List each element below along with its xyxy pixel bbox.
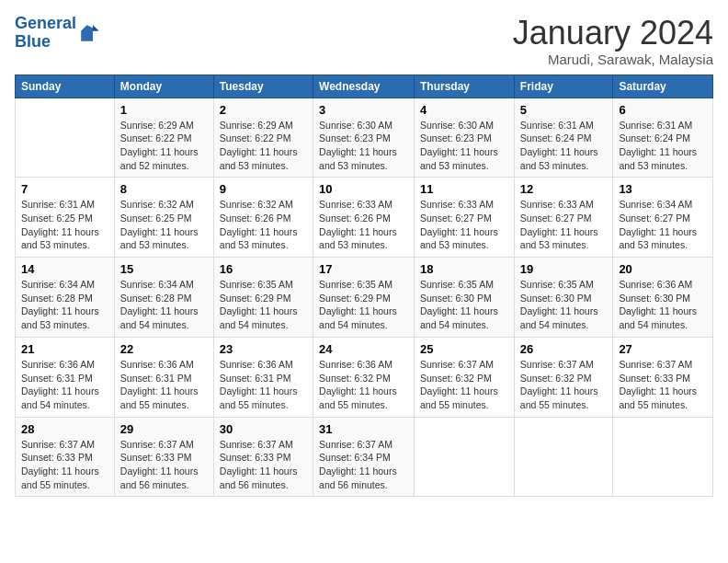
calendar-cell [16,98,115,178]
calendar-cell: 7Sunrise: 6:31 AM Sunset: 6:25 PM Daylig… [16,178,115,258]
cell-info: Sunrise: 6:30 AM Sunset: 6:23 PM Dayligh… [319,119,408,173]
cell-info: Sunrise: 6:37 AM Sunset: 6:33 PM Dayligh… [120,438,208,492]
calendar-cell: 27Sunrise: 6:37 AM Sunset: 6:33 PM Dayli… [613,337,713,417]
weekday-header: Saturday [613,75,713,98]
calendar-cell [415,417,515,497]
calendar-cell: 30Sunrise: 6:37 AM Sunset: 6:33 PM Dayli… [213,417,313,497]
calendar-cell: 11Sunrise: 6:33 AM Sunset: 6:27 PM Dayli… [415,178,515,258]
day-number: 9 [220,182,307,196]
calendar-cell: 13Sunrise: 6:34 AM Sunset: 6:27 PM Dayli… [613,178,713,258]
calendar-week-row: 14Sunrise: 6:34 AM Sunset: 6:28 PM Dayli… [16,258,713,338]
day-number: 22 [120,342,208,356]
cell-info: Sunrise: 6:32 AM Sunset: 6:25 PM Dayligh… [120,198,208,252]
calendar-cell: 17Sunrise: 6:35 AM Sunset: 6:29 PM Dayli… [313,258,415,338]
day-number: 26 [520,342,608,356]
day-number: 20 [619,262,707,276]
day-number: 16 [220,262,307,276]
calendar-cell: 14Sunrise: 6:34 AM Sunset: 6:28 PM Dayli… [16,258,115,338]
weekday-header: Wednesday [313,75,415,98]
cell-info: Sunrise: 6:37 AM Sunset: 6:34 PM Dayligh… [319,438,408,492]
calendar-cell: 4Sunrise: 6:30 AM Sunset: 6:23 PM Daylig… [415,98,515,178]
weekday-header: Monday [114,75,213,98]
calendar-cell: 8Sunrise: 6:32 AM Sunset: 6:25 PM Daylig… [114,178,213,258]
weekday-header-row: SundayMondayTuesdayWednesdayThursdayFrid… [16,75,713,98]
cell-info: Sunrise: 6:37 AM Sunset: 6:33 PM Dayligh… [220,438,307,492]
day-number: 17 [319,262,408,276]
day-number: 19 [520,262,608,276]
logo-icon [78,22,100,44]
cell-info: Sunrise: 6:37 AM Sunset: 6:33 PM Dayligh… [619,358,707,412]
cell-info: Sunrise: 6:33 AM Sunset: 6:26 PM Dayligh… [319,198,408,252]
calendar-cell: 19Sunrise: 6:35 AM Sunset: 6:30 PM Dayli… [514,258,613,338]
day-number: 23 [220,342,307,356]
cell-info: Sunrise: 6:31 AM Sunset: 6:24 PM Dayligh… [619,119,707,173]
weekday-header: Thursday [415,75,515,98]
cell-info: Sunrise: 6:29 AM Sunset: 6:22 PM Dayligh… [120,119,208,173]
calendar-cell: 29Sunrise: 6:37 AM Sunset: 6:33 PM Dayli… [114,417,213,497]
cell-info: Sunrise: 6:30 AM Sunset: 6:23 PM Dayligh… [420,119,508,173]
cell-info: Sunrise: 6:35 AM Sunset: 6:30 PM Dayligh… [420,278,508,332]
calendar-cell: 28Sunrise: 6:37 AM Sunset: 6:33 PM Dayli… [16,417,115,497]
cell-info: Sunrise: 6:34 AM Sunset: 6:27 PM Dayligh… [619,198,707,252]
cell-info: Sunrise: 6:32 AM Sunset: 6:26 PM Dayligh… [220,198,307,252]
day-number: 13 [619,182,707,196]
cell-info: Sunrise: 6:36 AM Sunset: 6:31 PM Dayligh… [120,358,208,412]
calendar-week-row: 1Sunrise: 6:29 AM Sunset: 6:22 PM Daylig… [16,98,713,178]
day-number: 1 [120,103,208,117]
month-title: January 2024 [513,15,713,52]
day-number: 10 [319,182,408,196]
day-number: 28 [21,422,108,436]
calendar-cell: 21Sunrise: 6:36 AM Sunset: 6:31 PM Dayli… [16,337,115,417]
logo-text: GeneralBlue [15,15,76,52]
day-number: 18 [420,262,508,276]
day-number: 25 [420,342,508,356]
day-number: 3 [319,103,408,117]
cell-info: Sunrise: 6:31 AM Sunset: 6:25 PM Dayligh… [21,198,108,252]
calendar-cell: 24Sunrise: 6:36 AM Sunset: 6:32 PM Dayli… [313,337,415,417]
svg-marker-0 [81,25,98,41]
calendar-cell: 2Sunrise: 6:29 AM Sunset: 6:22 PM Daylig… [213,98,313,178]
location-subtitle: Marudi, Sarawak, Malaysia [513,52,713,67]
cell-info: Sunrise: 6:36 AM Sunset: 6:31 PM Dayligh… [220,358,307,412]
page-header: GeneralBlue January 2024 Marudi, Sarawak… [15,15,713,67]
calendar-cell: 16Sunrise: 6:35 AM Sunset: 6:29 PM Dayli… [213,258,313,338]
day-number: 29 [120,422,208,436]
cell-info: Sunrise: 6:31 AM Sunset: 6:24 PM Dayligh… [520,119,608,173]
cell-info: Sunrise: 6:35 AM Sunset: 6:30 PM Dayligh… [520,278,608,332]
calendar-week-row: 21Sunrise: 6:36 AM Sunset: 6:31 PM Dayli… [16,337,713,417]
cell-info: Sunrise: 6:33 AM Sunset: 6:27 PM Dayligh… [520,198,608,252]
calendar-cell: 18Sunrise: 6:35 AM Sunset: 6:30 PM Dayli… [415,258,515,338]
day-number: 14 [21,262,108,276]
cell-info: Sunrise: 6:34 AM Sunset: 6:28 PM Dayligh… [21,278,108,332]
calendar-cell: 1Sunrise: 6:29 AM Sunset: 6:22 PM Daylig… [114,98,213,178]
weekday-header: Tuesday [213,75,313,98]
day-number: 6 [619,103,707,117]
cell-info: Sunrise: 6:34 AM Sunset: 6:28 PM Dayligh… [120,278,208,332]
day-number: 4 [420,103,508,117]
calendar-cell: 26Sunrise: 6:37 AM Sunset: 6:32 PM Dayli… [514,337,613,417]
calendar-table: SundayMondayTuesdayWednesdayThursdayFrid… [15,75,713,498]
cell-info: Sunrise: 6:35 AM Sunset: 6:29 PM Dayligh… [220,278,307,332]
svg-marker-1 [93,25,98,30]
logo: GeneralBlue [15,15,100,52]
calendar-cell: 23Sunrise: 6:36 AM Sunset: 6:31 PM Dayli… [213,337,313,417]
cell-info: Sunrise: 6:36 AM Sunset: 6:30 PM Dayligh… [619,278,707,332]
day-number: 2 [220,103,307,117]
calendar-week-row: 7Sunrise: 6:31 AM Sunset: 6:25 PM Daylig… [16,178,713,258]
calendar-cell: 25Sunrise: 6:37 AM Sunset: 6:32 PM Dayli… [415,337,515,417]
day-number: 31 [319,422,408,436]
weekday-header: Sunday [16,75,115,98]
calendar-cell: 20Sunrise: 6:36 AM Sunset: 6:30 PM Dayli… [613,258,713,338]
calendar-cell [514,417,613,497]
calendar-cell: 12Sunrise: 6:33 AM Sunset: 6:27 PM Dayli… [514,178,613,258]
day-number: 27 [619,342,707,356]
cell-info: Sunrise: 6:36 AM Sunset: 6:31 PM Dayligh… [21,358,108,412]
day-number: 15 [120,262,208,276]
calendar-cell: 10Sunrise: 6:33 AM Sunset: 6:26 PM Dayli… [313,178,415,258]
calendar-week-row: 28Sunrise: 6:37 AM Sunset: 6:33 PM Dayli… [16,417,713,497]
calendar-cell [613,417,713,497]
calendar-cell: 5Sunrise: 6:31 AM Sunset: 6:24 PM Daylig… [514,98,613,178]
cell-info: Sunrise: 6:37 AM Sunset: 6:33 PM Dayligh… [21,438,108,492]
day-number: 5 [520,103,608,117]
weekday-header: Friday [514,75,613,98]
